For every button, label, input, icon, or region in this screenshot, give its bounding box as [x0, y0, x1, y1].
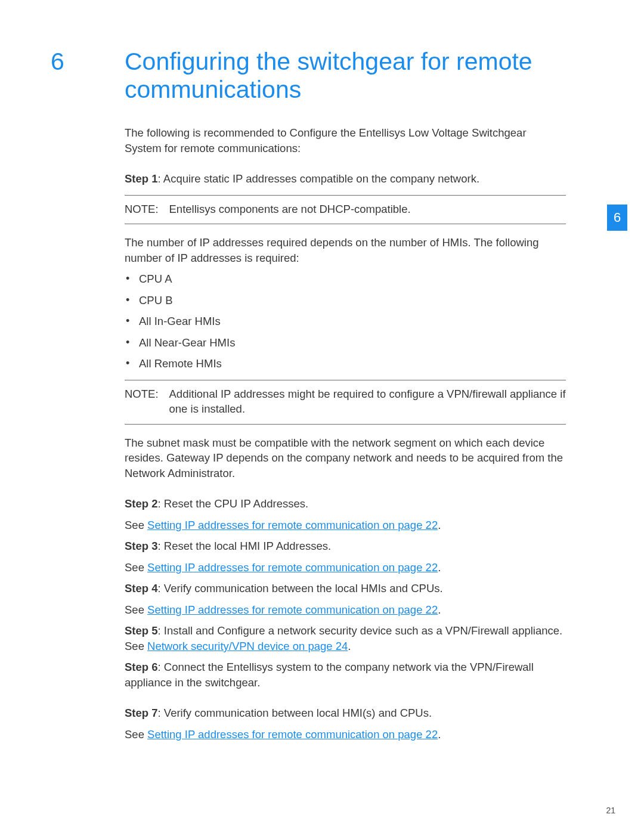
period: .: [438, 603, 441, 616]
intro-paragraph: The following is recommended to Configur…: [125, 125, 566, 156]
ip-list-item: All In-Gear HMIs: [139, 314, 566, 329]
ip-list-item: CPU A: [139, 271, 566, 287]
subnet-paragraph: The subnet mask must be compatible with …: [125, 435, 566, 481]
page: 6 Configuring the switchgear for remote …: [0, 0, 644, 833]
step-1-text: : Acquire static IP addresses compatible…: [158, 172, 480, 185]
step-7-see: See Setting IP addresses for remote comm…: [125, 727, 566, 742]
step-4: Step 4: Verify communication between the…: [125, 581, 566, 596]
note-2-text: Additional IP addresses might be require…: [169, 386, 566, 417]
body-content: The following is recommended to Configur…: [125, 125, 566, 748]
see-prefix: See: [125, 728, 147, 741]
step-5-label: Step 5: [125, 624, 158, 637]
step-3-label: Step 3: [125, 540, 158, 552]
ip-count-intro: The number of IP addresses required depe…: [125, 235, 566, 265]
note-1-label: NOTE:: [125, 202, 159, 217]
note-2-label: NOTE:: [125, 386, 159, 417]
step-3: Step 3: Reset the local HMI IP Addresses…: [125, 538, 566, 554]
step-4-text: : Verify communication between the local…: [158, 582, 443, 594]
ip-list-item: All Remote HMIs: [139, 356, 566, 371]
xref-network-security[interactable]: Network security/VPN device on page 24: [147, 640, 348, 652]
step-6: Step 6: Connect the Entellisys system to…: [125, 659, 566, 690]
step-6-label: Step 6: [125, 661, 158, 673]
see-prefix: See: [125, 519, 147, 531]
note-2: NOTE: Additional IP addresses might be r…: [125, 380, 566, 425]
step-3-text: : Reset the local HMI IP Addresses.: [158, 540, 332, 552]
xref-ip-addresses[interactable]: Setting IP addresses for remote communic…: [147, 519, 438, 531]
period: .: [438, 561, 441, 574]
period: .: [348, 640, 351, 652]
step-2: Step 2: Reset the CPU IP Addresses.: [125, 496, 566, 512]
chapter-number: 6: [51, 48, 64, 76]
xref-ip-addresses[interactable]: Setting IP addresses for remote communic…: [147, 561, 438, 574]
xref-ip-addresses[interactable]: Setting IP addresses for remote communic…: [147, 603, 438, 616]
step-2-text: : Reset the CPU IP Addresses.: [158, 497, 309, 510]
ip-list-item: All Near-Gear HMIs: [139, 335, 566, 351]
period: .: [438, 728, 441, 741]
xref-ip-addresses[interactable]: Setting IP addresses for remote communic…: [147, 728, 438, 741]
step-2-label: Step 2: [125, 497, 158, 510]
side-chapter-tab: 6: [607, 205, 627, 231]
chapter-title: Configuring the switchgear for remote co…: [125, 48, 566, 104]
step-6-text: : Connect the Entellisys system to the c…: [125, 661, 534, 689]
note-1-text: Entellisys components are not DHCP-compa…: [169, 202, 566, 217]
step-5: Step 5: Install and Configure a network …: [125, 623, 566, 654]
step-4-see: See Setting IP addresses for remote comm…: [125, 602, 566, 618]
note-1: NOTE: Entellisys components are not DHCP…: [125, 195, 566, 225]
step-4-label: Step 4: [125, 582, 158, 594]
step-1-label: Step 1: [125, 172, 158, 185]
step-7-text: : Verify communication between local HMI…: [158, 707, 432, 719]
ip-list-item: CPU B: [139, 293, 566, 308]
see-prefix: See: [125, 603, 147, 616]
ip-list: CPU A CPU B All In-Gear HMIs All Near-Ge…: [125, 271, 566, 371]
step-3-see: See Setting IP addresses for remote comm…: [125, 560, 566, 575]
period: .: [438, 519, 441, 531]
see-prefix: See: [125, 561, 147, 574]
step-7-label: Step 7: [125, 707, 158, 719]
step-7: Step 7: Verify communication between loc…: [125, 705, 566, 721]
page-number: 21: [606, 806, 615, 815]
step-2-see: See Setting IP addresses for remote comm…: [125, 518, 566, 533]
step-1: Step 1: Acquire static IP addresses comp…: [125, 171, 566, 187]
